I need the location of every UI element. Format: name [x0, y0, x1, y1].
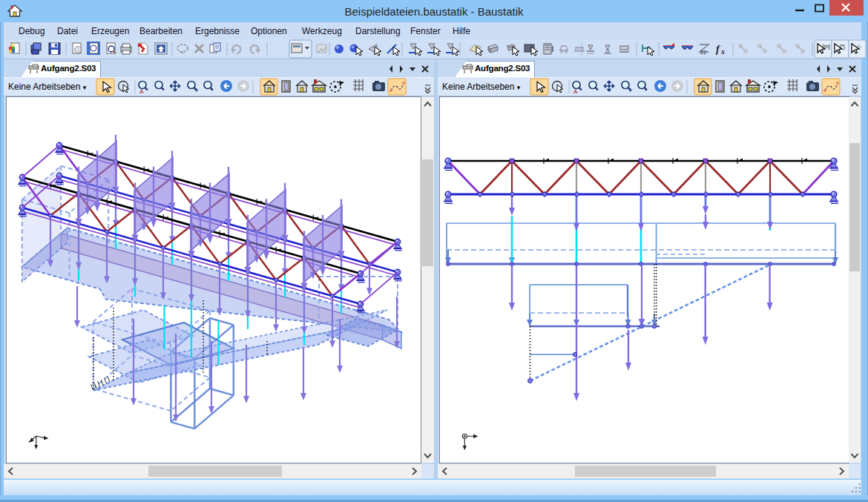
svg-text:+: + [628, 87, 632, 94]
svg-text:◇: ◇ [857, 44, 861, 49]
svg-text:[*]: [*] [840, 44, 845, 50]
svg-text:A: A [573, 88, 578, 95]
svg-text:Z2: Z2 [700, 50, 706, 55]
svg-text:+: + [194, 87, 198, 94]
svg-text:A: A [139, 88, 144, 95]
svg-text:[m]: [m] [823, 44, 830, 50]
svg-text:x: x [720, 47, 725, 56]
svg-text:-: - [645, 86, 647, 93]
svg-text:-: - [211, 86, 213, 93]
svg-text:f: f [716, 44, 720, 55]
